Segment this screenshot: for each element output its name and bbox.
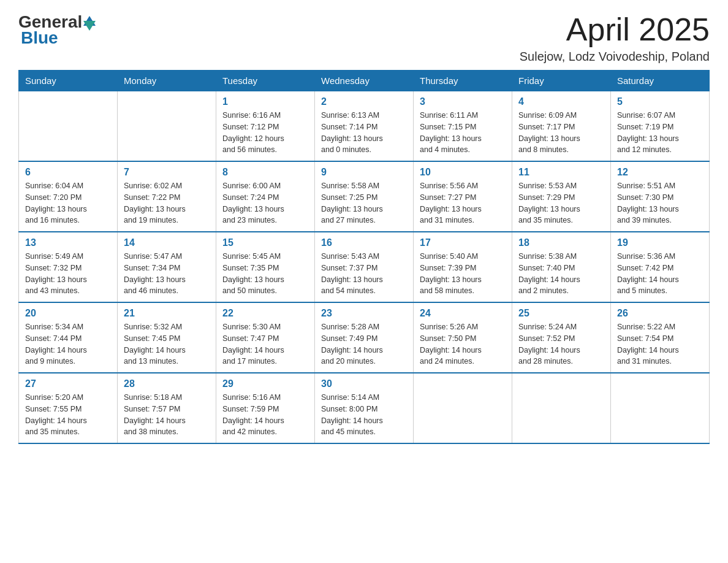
calendar-cell	[118, 91, 216, 162]
calendar-cell: 18Sunrise: 5:38 AM Sunset: 7:40 PM Dayli…	[512, 232, 611, 302]
day-info: Sunrise: 5:51 AM Sunset: 7:30 PM Dayligh…	[617, 180, 703, 226]
day-info: Sunrise: 5:20 AM Sunset: 7:55 PM Dayligh…	[25, 392, 111, 438]
calendar-week-3: 13Sunrise: 5:49 AM Sunset: 7:32 PM Dayli…	[19, 232, 710, 302]
calendar-cell: 24Sunrise: 5:26 AM Sunset: 7:50 PM Dayli…	[414, 302, 512, 373]
day-info: Sunrise: 5:28 AM Sunset: 7:49 PM Dayligh…	[321, 321, 407, 367]
day-number: 4	[518, 96, 604, 107]
day-info: Sunrise: 5:38 AM Sunset: 7:40 PM Dayligh…	[518, 251, 604, 297]
day-info: Sunrise: 5:58 AM Sunset: 7:25 PM Dayligh…	[321, 180, 407, 226]
day-number: 10	[420, 167, 506, 178]
day-info: Sunrise: 5:40 AM Sunset: 7:39 PM Dayligh…	[420, 251, 506, 297]
weekday-header-wednesday: Wednesday	[315, 71, 414, 91]
calendar-cell: 19Sunrise: 5:36 AM Sunset: 7:42 PM Dayli…	[611, 232, 710, 302]
calendar-cell: 20Sunrise: 5:34 AM Sunset: 7:44 PM Dayli…	[19, 302, 118, 373]
location-title: Sulejow, Lodz Voivodeship, Poland	[520, 50, 710, 64]
weekday-header-monday: Monday	[118, 71, 216, 91]
day-info: Sunrise: 6:00 AM Sunset: 7:24 PM Dayligh…	[222, 180, 308, 226]
day-number: 27	[25, 378, 111, 389]
day-number: 21	[124, 308, 210, 319]
calendar-cell: 5Sunrise: 6:07 AM Sunset: 7:19 PM Daylig…	[611, 91, 710, 162]
title-block: April 2025 Sulejow, Lodz Voivodeship, Po…	[520, 12, 710, 64]
calendar-body: 1Sunrise: 6:16 AM Sunset: 7:12 PM Daylig…	[19, 91, 710, 444]
calendar-cell: 14Sunrise: 5:47 AM Sunset: 7:34 PM Dayli…	[118, 232, 216, 302]
calendar-cell: 30Sunrise: 5:14 AM Sunset: 8:00 PM Dayli…	[315, 373, 414, 443]
day-info: Sunrise: 5:18 AM Sunset: 7:57 PM Dayligh…	[124, 392, 210, 438]
calendar-cell: 1Sunrise: 6:16 AM Sunset: 7:12 PM Daylig…	[216, 91, 315, 162]
day-info: Sunrise: 6:11 AM Sunset: 7:15 PM Dayligh…	[420, 110, 506, 156]
day-info: Sunrise: 5:32 AM Sunset: 7:45 PM Dayligh…	[124, 321, 210, 367]
calendar-cell: 4Sunrise: 6:09 AM Sunset: 7:17 PM Daylig…	[512, 91, 611, 162]
weekday-header-friday: Friday	[512, 71, 611, 91]
day-info: Sunrise: 5:30 AM Sunset: 7:47 PM Dayligh…	[222, 321, 308, 367]
day-number: 25	[518, 308, 604, 319]
calendar-cell: 9Sunrise: 5:58 AM Sunset: 7:25 PM Daylig…	[315, 161, 414, 232]
calendar-cell: 17Sunrise: 5:40 AM Sunset: 7:39 PM Dayli…	[414, 232, 512, 302]
day-number: 5	[617, 96, 703, 107]
logo-blue-text: Blue	[21, 28, 58, 48]
day-number: 29	[222, 378, 308, 389]
day-number: 18	[518, 237, 604, 248]
calendar-cell: 3Sunrise: 6:11 AM Sunset: 7:15 PM Daylig…	[414, 91, 512, 162]
calendar-cell	[512, 373, 611, 443]
day-info: Sunrise: 5:14 AM Sunset: 8:00 PM Dayligh…	[321, 392, 407, 438]
calendar-cell	[19, 91, 118, 162]
day-info: Sunrise: 5:53 AM Sunset: 7:29 PM Dayligh…	[518, 180, 604, 226]
day-number: 8	[222, 167, 308, 178]
day-number: 1	[222, 96, 308, 107]
calendar-cell: 22Sunrise: 5:30 AM Sunset: 7:47 PM Dayli…	[216, 302, 315, 373]
calendar-cell: 16Sunrise: 5:43 AM Sunset: 7:37 PM Dayli…	[315, 232, 414, 302]
calendar-cell: 26Sunrise: 5:22 AM Sunset: 7:54 PM Dayli…	[611, 302, 710, 373]
day-info: Sunrise: 6:16 AM Sunset: 7:12 PM Dayligh…	[222, 110, 308, 156]
day-info: Sunrise: 5:45 AM Sunset: 7:35 PM Dayligh…	[222, 251, 308, 297]
day-info: Sunrise: 5:49 AM Sunset: 7:32 PM Dayligh…	[25, 251, 111, 297]
day-info: Sunrise: 6:07 AM Sunset: 7:19 PM Dayligh…	[617, 110, 703, 156]
calendar-header: SundayMondayTuesdayWednesdayThursdayFrid…	[19, 71, 710, 91]
day-info: Sunrise: 6:04 AM Sunset: 7:20 PM Dayligh…	[25, 180, 111, 226]
calendar-week-5: 27Sunrise: 5:20 AM Sunset: 7:55 PM Dayli…	[19, 373, 710, 443]
calendar-table: SundayMondayTuesdayWednesdayThursdayFrid…	[18, 70, 710, 444]
calendar-cell: 2Sunrise: 6:13 AM Sunset: 7:14 PM Daylig…	[315, 91, 414, 162]
calendar-cell	[611, 373, 710, 443]
weekday-header-tuesday: Tuesday	[216, 71, 315, 91]
day-info: Sunrise: 6:13 AM Sunset: 7:14 PM Dayligh…	[321, 110, 407, 156]
weekday-header-saturday: Saturday	[611, 71, 710, 91]
day-info: Sunrise: 5:56 AM Sunset: 7:27 PM Dayligh…	[420, 180, 506, 226]
calendar-cell: 25Sunrise: 5:24 AM Sunset: 7:52 PM Dayli…	[512, 302, 611, 373]
page-header: General Blue April 2025 Sulejow, Lodz Vo…	[18, 12, 710, 64]
day-info: Sunrise: 5:16 AM Sunset: 7:59 PM Dayligh…	[222, 392, 308, 438]
day-info: Sunrise: 5:34 AM Sunset: 7:44 PM Dayligh…	[25, 321, 111, 367]
calendar-cell: 12Sunrise: 5:51 AM Sunset: 7:30 PM Dayli…	[611, 161, 710, 232]
calendar-cell: 11Sunrise: 5:53 AM Sunset: 7:29 PM Dayli…	[512, 161, 611, 232]
day-number: 24	[420, 308, 506, 319]
day-number: 15	[222, 237, 308, 248]
day-number: 23	[321, 308, 407, 319]
day-number: 13	[25, 237, 111, 248]
calendar-cell: 13Sunrise: 5:49 AM Sunset: 7:32 PM Dayli…	[19, 232, 118, 302]
day-number: 14	[124, 237, 210, 248]
day-info: Sunrise: 6:02 AM Sunset: 7:22 PM Dayligh…	[124, 180, 210, 226]
weekday-header-thursday: Thursday	[414, 71, 512, 91]
calendar-cell: 15Sunrise: 5:45 AM Sunset: 7:35 PM Dayli…	[216, 232, 315, 302]
calendar-cell: 6Sunrise: 6:04 AM Sunset: 7:20 PM Daylig…	[19, 161, 118, 232]
day-number: 16	[321, 237, 407, 248]
day-number: 6	[25, 167, 111, 178]
day-info: Sunrise: 5:26 AM Sunset: 7:50 PM Dayligh…	[420, 321, 506, 367]
month-title: April 2025	[520, 12, 710, 47]
day-number: 19	[617, 237, 703, 248]
day-number: 12	[617, 167, 703, 178]
calendar-cell: 28Sunrise: 5:18 AM Sunset: 7:57 PM Dayli…	[118, 373, 216, 443]
day-number: 3	[420, 96, 506, 107]
calendar-week-2: 6Sunrise: 6:04 AM Sunset: 7:20 PM Daylig…	[19, 161, 710, 232]
weekday-header-row: SundayMondayTuesdayWednesdayThursdayFrid…	[19, 71, 710, 91]
calendar-cell: 27Sunrise: 5:20 AM Sunset: 7:55 PM Dayli…	[19, 373, 118, 443]
day-number: 30	[321, 378, 407, 389]
day-info: Sunrise: 6:09 AM Sunset: 7:17 PM Dayligh…	[518, 110, 604, 156]
calendar-cell: 21Sunrise: 5:32 AM Sunset: 7:45 PM Dayli…	[118, 302, 216, 373]
day-number: 7	[124, 167, 210, 178]
day-number: 22	[222, 308, 308, 319]
day-number: 20	[25, 308, 111, 319]
day-number: 2	[321, 96, 407, 107]
day-number: 9	[321, 167, 407, 178]
calendar-cell: 29Sunrise: 5:16 AM Sunset: 7:59 PM Dayli…	[216, 373, 315, 443]
calendar-cell: 7Sunrise: 6:02 AM Sunset: 7:22 PM Daylig…	[118, 161, 216, 232]
